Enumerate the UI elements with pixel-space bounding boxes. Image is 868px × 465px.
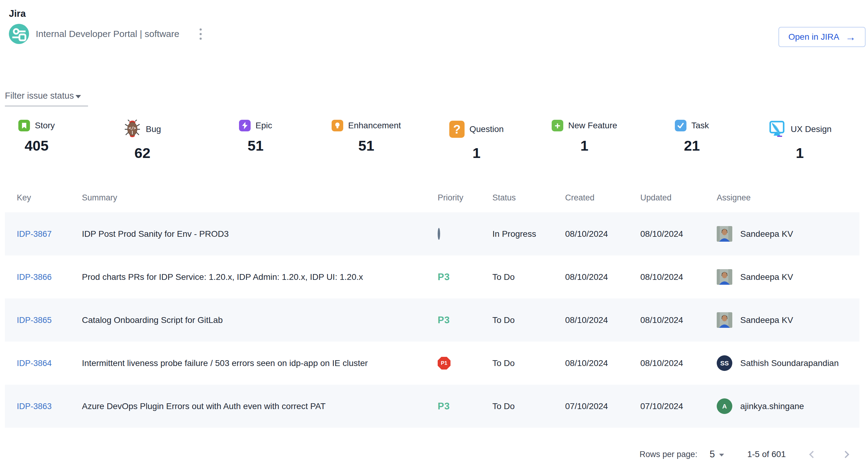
issue-type-count: 21 <box>684 137 700 154</box>
assignee-name: Sandeepa KV <box>740 272 793 282</box>
issue-created: 08/10/2024 <box>565 272 640 282</box>
issue-type-count: 1 <box>580 137 588 154</box>
rows-per-page-select[interactable]: 5 <box>709 447 725 461</box>
kebab-menu-icon <box>199 28 202 40</box>
priority-p3-icon: P3 <box>438 315 450 325</box>
priority-ring-icon <box>438 228 440 240</box>
column-header-status[interactable]: Status <box>492 193 565 203</box>
issue-type-new-feature: + New Feature 1 <box>552 117 617 154</box>
open-in-jira-label: Open in JIRA <box>788 32 839 42</box>
issue-type-question: ? Question 1 <box>449 117 504 161</box>
more-options-button[interactable] <box>197 26 204 42</box>
issue-created: 08/10/2024 <box>565 315 640 325</box>
issue-type-count: 51 <box>248 137 264 154</box>
issue-updated: 08/10/2024 <box>640 272 717 282</box>
chevron-right-icon <box>842 451 849 458</box>
svg-text:</>: </> <box>129 126 136 130</box>
avatar <box>717 269 732 285</box>
next-page-button[interactable] <box>840 449 851 460</box>
issue-type-count: 405 <box>25 137 48 154</box>
issue-status: To Do <box>492 358 565 368</box>
column-header-updated[interactable]: Updated <box>640 193 717 203</box>
column-header-assignee[interactable]: Assignee <box>717 193 860 203</box>
issue-summary: Catalog Onboarding Script for GitLab <box>82 315 438 325</box>
issue-updated: 07/10/2024 <box>640 401 717 411</box>
epic-icon <box>239 120 251 131</box>
table-row: IDP-3865 Catalog Onboarding Script for G… <box>5 298 860 341</box>
issue-summary: Intermittent liveness probe failure / 50… <box>82 358 438 368</box>
table-row: IDP-3863 Azure DevOps Plugin Errors out … <box>5 385 860 428</box>
issue-type-count: 51 <box>358 137 374 154</box>
assignee-name: Sandeepa KV <box>740 229 793 239</box>
ux-design-icon <box>768 120 786 139</box>
prev-page-button[interactable] <box>807 449 818 460</box>
task-icon <box>675 120 686 131</box>
page-title: Jira <box>9 8 26 19</box>
issue-key-link[interactable]: IDP-3865 <box>17 315 52 325</box>
issue-status: To Do <box>492 272 565 282</box>
new-feature-icon: + <box>552 120 563 131</box>
issue-key-link[interactable]: IDP-3864 <box>17 359 52 368</box>
arrow-right-icon: → <box>845 32 856 42</box>
column-header-key[interactable]: Key <box>5 193 82 203</box>
filter-underline <box>5 106 88 106</box>
issue-updated: 08/10/2024 <box>640 229 717 239</box>
issue-type-task: Task 21 <box>675 117 709 154</box>
entity-name: Internal Developer Portal | software <box>36 29 179 39</box>
issue-type-count: 62 <box>134 144 150 161</box>
issue-status: To Do <box>492 401 565 411</box>
issue-key-link[interactable]: IDP-3866 <box>17 272 52 282</box>
table-row: IDP-3867 IDP Post Prod Sanity for Env - … <box>5 212 860 256</box>
issue-created: 07/10/2024 <box>565 401 640 411</box>
issue-created: 08/10/2024 <box>565 358 640 368</box>
column-header-priority[interactable]: Priority <box>438 193 492 203</box>
avatar: SS <box>717 355 732 371</box>
enhancement-icon <box>332 120 343 131</box>
issue-key-link[interactable]: IDP-3867 <box>17 229 52 239</box>
avatar: A <box>717 398 732 414</box>
table-row: IDP-3866 Prod charts PRs for IDP Service… <box>5 256 860 298</box>
table-header-row: Key Summary Priority Status Created Upda… <box>5 183 860 212</box>
bug-icon: </> <box>124 119 141 139</box>
assignee-name: Sathish Soundarapandian <box>740 358 839 368</box>
issue-type-bug: </> Bug 62 <box>124 117 161 161</box>
rows-per-page-value: 5 <box>710 449 715 460</box>
issue-key-link[interactable]: IDP-3863 <box>17 402 52 411</box>
issue-status: In Progress <box>492 229 565 239</box>
story-icon <box>18 120 30 131</box>
pagination: Rows per page: 5 1-5 of 601 <box>640 444 851 464</box>
issue-summary: Prod charts PRs for IDP Service: 1.20.x,… <box>82 272 438 282</box>
pagination-range: 1-5 of 601 <box>747 450 786 459</box>
issue-status: To Do <box>492 315 565 325</box>
open-in-jira-button[interactable]: Open in JIRA → <box>778 27 866 47</box>
chevron-down-icon <box>719 454 724 457</box>
filter-issue-status-label: Filter issue status <box>5 91 74 101</box>
issue-type-story: Story 405 <box>18 117 55 154</box>
issue-type-counts: Story 405 </> Bug 62 <box>5 117 860 170</box>
issue-updated: 08/10/2024 <box>640 315 717 325</box>
issue-type-count: 1 <box>472 144 480 161</box>
issue-summary: IDP Post Prod Sanity for Env - PROD3 <box>82 229 438 239</box>
priority-p1-icon: P1 <box>438 357 451 370</box>
question-icon: ? <box>449 121 465 138</box>
issue-created: 08/10/2024 <box>565 229 640 239</box>
column-header-summary[interactable]: Summary <box>82 193 438 203</box>
table-row: IDP-3864 Intermittent liveness probe fai… <box>5 341 860 385</box>
chevron-down-icon <box>75 95 81 98</box>
issues-table: Key Summary Priority Status Created Upda… <box>5 183 860 428</box>
issue-type-ux-design: UX Design 1 <box>768 117 832 161</box>
filter-issue-status-select[interactable]: Filter issue status <box>5 91 88 106</box>
chevron-left-icon <box>809 451 816 458</box>
issue-type-enhancement: Enhancement 51 <box>332 117 401 154</box>
issue-type-count: 1 <box>796 144 804 161</box>
issue-summary: Azure DevOps Plugin Errors out with Auth… <box>82 401 438 411</box>
entity-header: Internal Developer Portal | software <box>9 24 204 44</box>
priority-p3-icon: P3 <box>438 272 450 282</box>
entity-avatar-icon <box>9 24 29 44</box>
rows-per-page-label: Rows per page: <box>640 450 698 459</box>
issue-type-epic: Epic 51 <box>239 117 272 154</box>
issue-updated: 08/10/2024 <box>640 358 717 368</box>
priority-p3-icon: P3 <box>438 401 450 411</box>
assignee-name: ajinkya.shingane <box>740 401 804 411</box>
column-header-created[interactable]: Created <box>565 193 640 203</box>
